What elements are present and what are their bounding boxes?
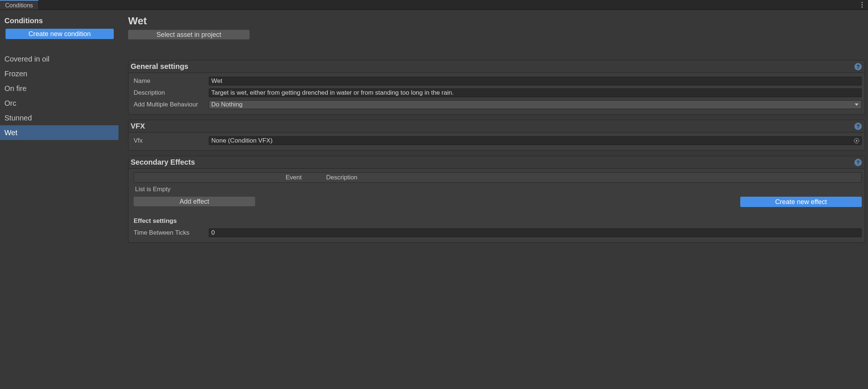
field-name: Name Wet — [134, 77, 862, 85]
condition-item[interactable]: Covered in oil — [0, 52, 119, 66]
add-multiple-dropdown[interactable]: Do Nothing — [209, 100, 862, 109]
column-event: Event — [286, 174, 326, 181]
panel-title: Secondary Effects — [131, 158, 195, 167]
panel-body: Name Wet Description Target is wet, eith… — [128, 73, 865, 114]
svg-point-0 — [861, 2, 862, 3]
field-value: None (Condition VFX) — [211, 137, 272, 144]
field-value: Do Nothing — [211, 101, 243, 108]
main-panel: Wet Select asset in project General sett… — [119, 10, 868, 389]
panel-general-settings: General settings ? Name Wet Description … — [128, 60, 865, 115]
effects-table-header: Event Description — [134, 172, 862, 183]
field-value: Target is wet, either from getting drenc… — [211, 89, 454, 97]
field-label: Description — [134, 89, 209, 97]
help-icon[interactable]: ? — [854, 123, 862, 130]
field-label: Time Between Ticks — [134, 229, 209, 236]
create-condition-button[interactable]: Create new condition — [6, 29, 114, 39]
effect-actions: Add effect Create new effect — [134, 197, 862, 207]
effect-settings-header: Effect settings — [134, 217, 862, 225]
create-effect-button[interactable]: Create new effect — [740, 197, 862, 207]
panel-vfx: VFX ? Vfx None (Condition VFX) — [128, 120, 865, 151]
panel-secondary-effects: Secondary Effects ? Event Description Li… — [128, 156, 865, 243]
kebab-icon — [861, 2, 863, 8]
editor-window: Conditions Conditions Create new conditi… — [0, 0, 868, 389]
field-label: Vfx — [134, 137, 209, 144]
field-description: Description Target is wet, either from g… — [134, 88, 862, 97]
button-label: Create new effect — [775, 198, 827, 206]
chevron-down-icon — [855, 104, 858, 106]
object-picker-icon[interactable] — [854, 138, 859, 143]
svg-point-1 — [861, 4, 862, 5]
panel-title: General settings — [131, 62, 188, 71]
vfx-object-field[interactable]: None (Condition VFX) — [209, 136, 862, 145]
field-value: Wet — [211, 77, 222, 85]
select-asset-button[interactable]: Select asset in project — [128, 30, 250, 39]
condition-item[interactable]: Orc — [0, 96, 119, 111]
window-body: Conditions Create new condition Covered … — [0, 10, 868, 389]
panel-body: Event Description List is Empty Add effe… — [128, 169, 865, 242]
help-icon[interactable]: ? — [854, 63, 862, 70]
tab-bar: Conditions — [0, 0, 868, 10]
panel-body: Vfx None (Condition VFX) — [128, 133, 865, 150]
button-label: Create new condition — [28, 30, 91, 38]
empty-list-message: List is Empty — [135, 186, 862, 193]
button-label: Add effect — [180, 198, 209, 206]
condition-item[interactable]: On fire — [0, 81, 119, 96]
help-icon[interactable]: ? — [854, 159, 862, 166]
page-title: Wet — [128, 15, 865, 27]
tab-label: Conditions — [5, 2, 33, 9]
panel-header: General settings ? — [128, 60, 865, 73]
sidebar: Conditions Create new condition Covered … — [0, 10, 119, 389]
condition-item[interactable]: Frozen — [0, 66, 119, 81]
condition-item[interactable]: Wet — [0, 125, 119, 140]
tab-conditions[interactable]: Conditions — [0, 0, 39, 10]
field-time-between-ticks: Time Between Ticks 0 — [134, 228, 862, 237]
panel-header: VFX ? — [128, 120, 865, 133]
window-menu-button[interactable] — [858, 0, 866, 10]
field-vfx: Vfx None (Condition VFX) — [134, 136, 862, 145]
condition-item[interactable]: Stunned — [0, 111, 119, 125]
panel-header: Secondary Effects ? — [128, 156, 865, 169]
name-input[interactable]: Wet — [209, 77, 862, 85]
description-input[interactable]: Target is wet, either from getting drenc… — [209, 88, 862, 97]
add-effect-button[interactable]: Add effect — [134, 197, 255, 206]
column-description: Description — [326, 174, 357, 181]
condition-list: Covered in oilFrozenOn fireOrcStunnedWet — [0, 52, 119, 140]
button-label: Select asset in project — [156, 31, 221, 39]
time-between-ticks-input[interactable]: 0 — [209, 228, 862, 237]
panel-title: VFX — [131, 122, 145, 130]
field-label: Name — [134, 77, 209, 85]
field-add-multiple-behaviour: Add Multiple Behaviour Do Nothing — [134, 100, 862, 109]
field-value: 0 — [211, 229, 215, 236]
field-label: Add Multiple Behaviour — [134, 101, 209, 108]
svg-point-2 — [861, 6, 862, 7]
sidebar-title: Conditions — [0, 15, 119, 29]
